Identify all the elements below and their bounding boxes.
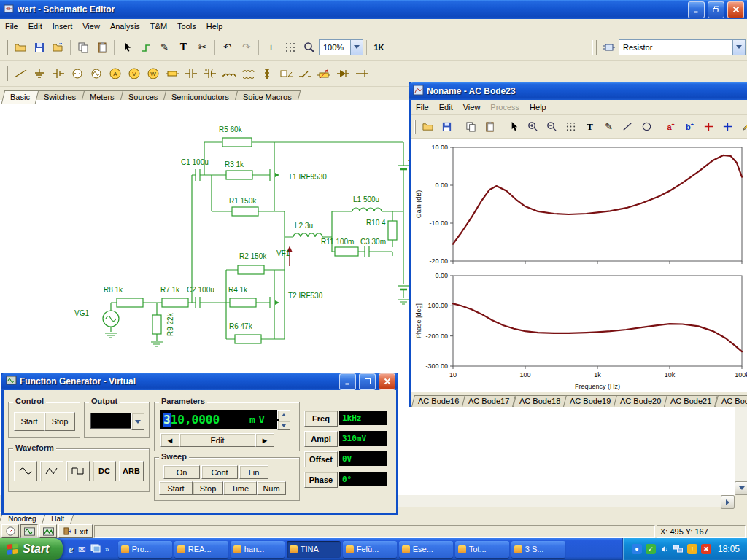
update-tray-icon[interactable]: ! (687, 544, 697, 554)
scroll-down-button[interactable] (735, 481, 747, 495)
copy-icon[interactable] (74, 38, 92, 56)
capacitor-c2[interactable] (196, 297, 200, 308)
amplitude-display[interactable]: 310,0000 (160, 410, 248, 429)
resistor-r9[interactable] (152, 315, 161, 334)
resistor-r3[interactable] (226, 171, 252, 179)
horizontal-scrollbar[interactable] (394, 495, 735, 508)
toolbar-grip[interactable] (4, 40, 8, 55)
redo-icon[interactable]: ↷ (237, 38, 255, 56)
save-icon[interactable] (438, 117, 456, 136)
component-selector-arrow[interactable] (732, 40, 745, 55)
close-button[interactable] (379, 373, 395, 390)
toolbar-grip[interactable] (4, 66, 8, 81)
menu-file[interactable]: File (0, 20, 23, 32)
component-voltage-source-button[interactable] (68, 64, 86, 82)
ampl-button[interactable]: Ampl (304, 431, 338, 447)
scroll-right-button[interactable] (721, 495, 735, 509)
unit-prefix[interactable]: m (249, 414, 255, 425)
control-stop-button[interactable]: Stop (44, 412, 75, 431)
paste-icon[interactable] (93, 38, 111, 56)
component-ground-button[interactable] (30, 64, 48, 82)
sweep-stop-button[interactable]: Stop (193, 481, 223, 495)
component-selector-combobox[interactable]: Resistor (619, 39, 746, 55)
mail-icon[interactable]: ✉ (78, 544, 86, 555)
cursor-a-marker-icon[interactable]: a+ (662, 117, 680, 136)
taskbar-task-han[interactable]: han... (231, 541, 285, 558)
digit-left-button[interactable]: ◄ (160, 433, 179, 447)
volume-tray-icon[interactable] (659, 544, 670, 554)
menu-view[interactable]: View (458, 101, 486, 113)
tab-basic[interactable]: Basic (1, 90, 39, 104)
output-dropdown-arrow[interactable] (131, 413, 144, 430)
resistor-r4[interactable] (230, 298, 256, 307)
component-list-icon[interactable] (600, 38, 618, 56)
crosshair-b-icon[interactable] (719, 117, 737, 136)
zoom-combobox[interactable]: 100% (319, 39, 363, 55)
component-relay-button[interactable] (276, 64, 295, 82)
internet-explorer-icon[interactable]: e (69, 543, 74, 556)
zoom-in-icon[interactable] (524, 117, 542, 136)
component-potentiometer-button[interactable] (314, 64, 333, 82)
menu-view[interactable]: View (77, 20, 105, 32)
open-file-icon[interactable] (11, 38, 29, 56)
phase-button[interactable]: Phase (304, 472, 338, 488)
digit-right-button[interactable]: ► (255, 433, 274, 447)
sweep-lin-button[interactable]: Lin (239, 465, 268, 479)
battery-bottom[interactable] (398, 286, 409, 289)
quick-launch-chevron[interactable]: » (105, 545, 109, 553)
menu-file[interactable]: File (411, 101, 434, 113)
wires[interactable] (111, 142, 403, 341)
start-button[interactable]: Start (0, 538, 63, 560)
cursor-b-marker-icon[interactable]: b+ (681, 117, 699, 136)
grid-icon[interactable] (281, 38, 299, 56)
component-capacitor-button[interactable] (182, 64, 200, 82)
component-resistor-button[interactable] (163, 64, 181, 82)
capacitor-c3[interactable] (365, 246, 369, 257)
minimize-button[interactable] (688, 1, 705, 18)
undo-icon[interactable]: ↶ (218, 38, 236, 56)
save-icon[interactable] (30, 38, 48, 56)
resistor-r6[interactable] (235, 335, 261, 343)
copy-icon[interactable] (462, 117, 480, 136)
sweep-start-button[interactable]: Start (159, 481, 193, 495)
label-tool-icon[interactable]: 1K (370, 38, 388, 56)
line-tool-icon[interactable] (619, 117, 637, 136)
edit-button[interactable]: Edit (179, 433, 255, 447)
waveform-dc-button[interactable]: DC (93, 461, 116, 481)
function-generator-titlebar[interactable]: Function Generator - Virtual (1, 373, 398, 390)
menu-tm[interactable]: T&M (145, 20, 172, 32)
bode-tab-acbode16[interactable]: AC Bode16 (411, 395, 465, 407)
battery-top[interactable] (398, 166, 409, 169)
taskbar-task-fel[interactable]: Felü... (343, 541, 397, 558)
unit-display[interactable]: mV (247, 410, 279, 429)
export-icon[interactable] (49, 38, 67, 56)
crosshair-a-icon[interactable] (700, 117, 718, 136)
close-button[interactable] (727, 1, 744, 18)
component-coupled-inductors-button[interactable] (239, 64, 257, 82)
spin-up-button[interactable] (277, 410, 290, 419)
show-desktop-icon[interactable] (90, 544, 101, 554)
resistor-r8[interactable] (117, 298, 143, 307)
zoom-dropdown-arrow[interactable] (350, 40, 363, 55)
sweep-on-button[interactable]: On (163, 465, 200, 479)
maximize-button[interactable] (359, 373, 376, 390)
taskbar-task-tot[interactable]: Tot... (455, 541, 509, 558)
text-tool-icon[interactable]: T (174, 38, 193, 56)
component-generator-button[interactable] (87, 64, 105, 82)
network-tray-icon[interactable] (673, 544, 684, 554)
taskbar-task-3s[interactable]: 3 S... (511, 541, 565, 558)
select-cursor-icon[interactable] (117, 38, 136, 56)
ellipse-tool-icon[interactable] (638, 117, 656, 136)
component-switch-button[interactable] (295, 64, 314, 82)
text-tool-icon[interactable]: T (581, 117, 599, 136)
resistor-r1[interactable] (232, 207, 258, 216)
component-wattmeter-button[interactable]: W (144, 64, 162, 82)
minimize-button[interactable] (339, 373, 356, 390)
pen-tool-icon[interactable]: ✎ (600, 117, 618, 136)
antivirus-tray-icon[interactable]: ✖ (701, 544, 711, 554)
component-jumper-button[interactable] (352, 64, 371, 82)
messenger-tray-icon[interactable]: ● (632, 544, 642, 554)
menu-tools[interactable]: Tools (172, 20, 201, 32)
unit-spinner[interactable] (277, 410, 290, 430)
spin-down-button[interactable] (277, 421, 290, 430)
